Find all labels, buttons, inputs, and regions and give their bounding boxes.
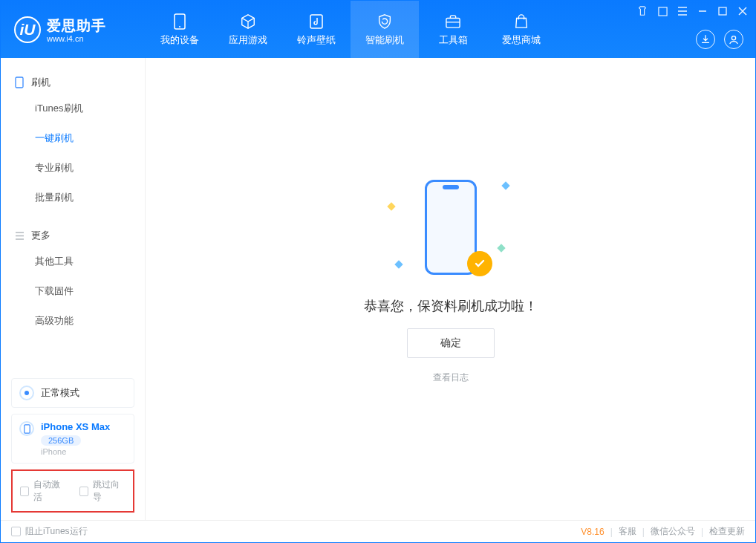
wechat-link[interactable]: 微信公众号: [651, 525, 695, 538]
tab-label: 工具箱: [439, 33, 468, 47]
group-title: 更多: [31, 229, 50, 242]
main-content: 恭喜您，保资料刷机成功啦！ 确定 查看日志: [146, 58, 755, 520]
list-icon: [14, 230, 25, 241]
auto-activate-checkbox[interactable]: 自动激活: [20, 478, 66, 504]
svg-rect-4: [658, 7, 666, 15]
mode-icon: [19, 386, 34, 400]
ok-button[interactable]: 确定: [407, 328, 495, 358]
briefcase-icon: [443, 13, 463, 30]
success-message: 恭喜您，保资料刷机成功啦！: [364, 297, 538, 315]
maximize-icon[interactable]: [717, 6, 728, 16]
device-icon: [19, 421, 34, 436]
version-label: V8.16: [581, 527, 604, 537]
view-log-link[interactable]: 查看日志: [433, 371, 469, 384]
close-icon[interactable]: [737, 6, 748, 16]
app-domain: www.i4.cn: [47, 34, 106, 43]
window-controls: [637, 6, 748, 16]
tab-label: 我的设备: [160, 33, 199, 47]
minimize-icon[interactable]: [697, 6, 708, 16]
nav-tabs: 我的设备 应用游戏 铃声壁纸 智能刷机 工具箱 爱思商城: [146, 1, 555, 58]
separator: |: [610, 527, 613, 537]
svg-rect-5: [719, 7, 726, 15]
svg-rect-2: [310, 15, 322, 28]
separator: |: [701, 527, 703, 537]
download-button[interactable]: [696, 30, 715, 49]
sidebar-item-batch-flash[interactable]: 批量刷机: [1, 183, 145, 212]
sidebar-item-advanced[interactable]: 高级功能: [1, 306, 145, 336]
device-capacity: 256GB: [41, 435, 81, 446]
checkbox-icon: [20, 487, 29, 496]
header-actions: [696, 30, 743, 49]
check-badge-icon: [467, 251, 492, 276]
tab-label: 爱思商城: [502, 33, 541, 47]
svg-point-1: [179, 26, 180, 27]
group-title: 刷机: [31, 76, 50, 89]
support-link[interactable]: 客服: [619, 525, 636, 538]
menu-icon[interactable]: [677, 6, 688, 16]
footer: 阻止iTunes运行 V8.16 | 客服 | 微信公众号 | 检查更新: [1, 520, 755, 542]
device-type: iPhone: [41, 447, 110, 456]
svg-point-6: [731, 36, 735, 40]
svg-point-8: [25, 391, 29, 395]
sidebar: 刷机 iTunes刷机 一键刷机 专业刷机 批量刷机 更多 其他工具 下载固件 …: [1, 58, 146, 520]
tab-ring-wallpaper[interactable]: 铃声壁纸: [282, 1, 351, 58]
sidebar-item-download-firmware[interactable]: 下载固件: [1, 276, 145, 306]
sidebar-group-more[interactable]: 更多: [1, 224, 145, 247]
sidebar-group-flash[interactable]: 刷机: [1, 71, 145, 94]
bag-icon: [511, 13, 532, 30]
note-icon: [306, 13, 327, 30]
logo-icon: iU: [14, 16, 41, 43]
svg-rect-7: [16, 77, 23, 88]
tab-label: 铃声壁纸: [297, 33, 336, 47]
checkbox-label: 阻止iTunes运行: [25, 525, 88, 538]
separator: |: [642, 527, 645, 537]
sidebar-item-other-tools[interactable]: 其他工具: [1, 247, 145, 276]
tab-apps-games[interactable]: 应用游戏: [214, 1, 282, 58]
mode-label: 正常模式: [41, 386, 79, 400]
logo[interactable]: iU 爱思助手 www.i4.cn: [1, 16, 146, 43]
check-update-link[interactable]: 检查更新: [709, 525, 745, 538]
window-icon[interactable]: [657, 6, 668, 16]
tab-smart-flash[interactable]: 智能刷机: [351, 1, 419, 58]
app-name: 爱思助手: [47, 16, 106, 36]
checkbox-icon: [11, 527, 21, 536]
device-name: iPhone XS Max: [41, 421, 110, 432]
tab-label: 应用游戏: [229, 33, 267, 47]
cube-icon: [238, 13, 258, 30]
checkbox-label: 自动激活: [33, 478, 66, 504]
header: iU 爱思助手 www.i4.cn 我的设备 应用游戏 铃声壁纸 智能刷机 工具…: [1, 1, 755, 58]
sidebar-item-itunes-flash[interactable]: iTunes刷机: [1, 94, 145, 123]
checkbox-icon: [79, 487, 88, 496]
sidebar-item-oneclick-flash[interactable]: 一键刷机: [1, 123, 145, 153]
account-button[interactable]: [724, 30, 743, 49]
checkbox-label: 跳过向导: [93, 478, 126, 504]
device-icon: [14, 77, 25, 88]
svg-rect-9: [24, 424, 29, 432]
shield-refresh-icon: [374, 13, 395, 30]
tab-store[interactable]: 爱思商城: [487, 1, 555, 58]
options-box: 自动激活 跳过向导: [11, 469, 134, 513]
tab-my-device[interactable]: 我的设备: [146, 1, 214, 58]
tab-toolbox[interactable]: 工具箱: [419, 1, 487, 58]
mode-card[interactable]: 正常模式: [11, 378, 134, 408]
shirt-icon[interactable]: [637, 6, 648, 16]
tab-label: 智能刷机: [365, 33, 404, 47]
sidebar-item-pro-flash[interactable]: 专业刷机: [1, 153, 145, 183]
device-card[interactable]: iPhone XS Max 256GB iPhone: [11, 414, 134, 464]
phone-icon: [169, 13, 190, 30]
skip-guide-checkbox[interactable]: 跳过向导: [79, 478, 126, 504]
block-itunes-checkbox[interactable]: 阻止iTunes运行: [11, 525, 88, 538]
success-illustration: [377, 172, 525, 284]
svg-rect-3: [446, 18, 460, 27]
